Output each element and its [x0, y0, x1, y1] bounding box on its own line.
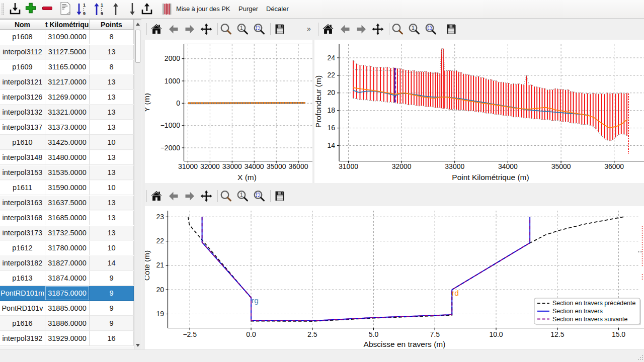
svg-text:23: 23 — [156, 213, 164, 221]
svg-text:X (m): X (m) — [237, 173, 257, 182]
svg-text:34000: 34000 — [498, 162, 518, 170]
svg-text:32000: 32000 — [392, 162, 412, 170]
svg-text:Cote (m): Cote (m) — [145, 250, 151, 281]
svg-text:20: 20 — [156, 286, 164, 294]
svg-text:1: 1 — [412, 25, 415, 31]
svg-text:20: 20 — [327, 88, 335, 97]
svg-text:35000: 35000 — [551, 162, 571, 170]
svg-text:1: 1 — [83, 3, 86, 8]
svg-text:2000: 2000 — [165, 54, 180, 62]
svg-text:0: 0 — [176, 99, 180, 107]
svg-text:rd: rd — [452, 289, 459, 297]
svg-text:rg: rg — [252, 296, 259, 305]
svg-text:21: 21 — [156, 261, 164, 269]
svg-text:2.5: 2.5 — [307, 330, 317, 338]
svg-text:19: 19 — [156, 310, 164, 318]
svg-text:33000: 33000 — [445, 162, 464, 170]
svg-text:36000: 36000 — [289, 162, 308, 170]
svg-text:31000: 31000 — [178, 162, 198, 170]
svg-text:−1000: −1000 — [160, 121, 181, 129]
svg-text:1: 1 — [240, 25, 243, 31]
svg-text:24: 24 — [327, 54, 335, 62]
svg-text:16: 16 — [327, 124, 335, 132]
svg-text:5.0: 5.0 — [369, 330, 379, 338]
svg-text:34000: 34000 — [245, 162, 264, 170]
svg-text:Point Kilométrique (m): Point Kilométrique (m) — [452, 173, 529, 182]
svg-text:−2.5: −2.5 — [183, 330, 197, 338]
svg-text:Profondeur (m): Profondeur (m) — [314, 75, 323, 128]
svg-text:1000: 1000 — [165, 77, 180, 85]
svg-text:36000: 36000 — [604, 162, 624, 170]
svg-text:22: 22 — [156, 237, 164, 245]
svg-text:35000: 35000 — [267, 162, 286, 170]
svg-text:1: 1 — [101, 3, 103, 8]
svg-text:32000: 32000 — [200, 162, 220, 170]
svg-text:Section en travers: Section en travers — [552, 308, 603, 315]
svg-text:22: 22 — [327, 71, 335, 79]
svg-text:−2000: −2000 — [160, 144, 181, 152]
svg-text:Section en travers suivante: Section en travers suivante — [552, 316, 628, 323]
svg-text:9: 9 — [101, 11, 103, 16]
svg-text:Abscisse en travers (m): Abscisse en travers (m) — [364, 340, 446, 348]
svg-text:31000: 31000 — [339, 162, 358, 170]
svg-text:Section en travers précédente: Section en travers précédente — [552, 300, 635, 307]
svg-text:7.5: 7.5 — [430, 330, 440, 338]
svg-text:1: 1 — [240, 192, 243, 198]
svg-text:15.0: 15.0 — [612, 330, 625, 338]
svg-text:14: 14 — [327, 141, 335, 149]
svg-text:9: 9 — [83, 11, 86, 16]
svg-text:Y (m): Y (m) — [145, 93, 151, 112]
svg-text:0.0: 0.0 — [246, 330, 256, 338]
svg-text:12.5: 12.5 — [550, 330, 564, 338]
svg-text:10.0: 10.0 — [489, 330, 503, 338]
svg-text:33000: 33000 — [222, 162, 242, 170]
svg-text:18: 18 — [327, 106, 335, 114]
